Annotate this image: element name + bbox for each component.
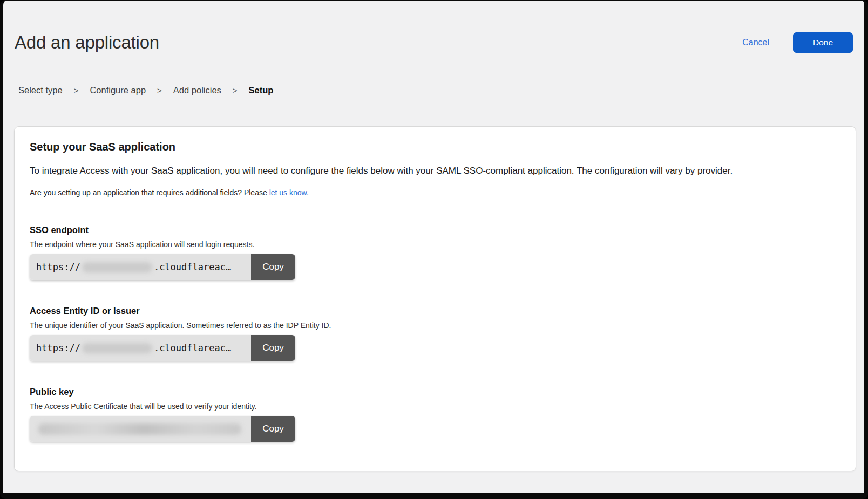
breadcrumb: Select type > Configure app > Add polici… [11, 85, 853, 95]
let-us-know-link[interactable]: let us know. [269, 188, 309, 197]
field-description: The Access Public Certificate that will … [30, 402, 840, 411]
window-frame: Add an application Cancel Done Select ty… [0, 0, 868, 499]
copy-button-public-key[interactable]: Copy [251, 416, 295, 442]
header-actions: Cancel Done [742, 32, 853, 53]
field-group-public-key: Public key The Access Public Certificate… [30, 387, 840, 442]
page: Add an application Cancel Done Select ty… [3, 32, 864, 471]
sso-endpoint-copy-row: https:// .cloudflareac… Copy [30, 254, 295, 280]
field-group-entity-id: Access Entity ID or Issuer The unique id… [30, 306, 840, 361]
breadcrumb-separator: > [74, 86, 79, 95]
breadcrumb-separator: > [233, 86, 238, 95]
field-description: The endpoint where your SaaS application… [30, 240, 840, 249]
breadcrumb-step-setup-current: Setup [249, 85, 274, 95]
field-label: SSO endpoint [30, 225, 840, 235]
copy-button-sso-endpoint[interactable]: Copy [251, 254, 295, 280]
redacted-value-blur [82, 262, 152, 272]
copy-button-entity-id[interactable]: Copy [251, 335, 295, 361]
value-suffix: .cloudflareac… [154, 262, 231, 272]
card-note: Are you setting up an application that r… [30, 188, 840, 197]
entity-id-copy-row: https:// .cloudflareac… Copy [30, 335, 295, 361]
field-label: Access Entity ID or Issuer [30, 306, 840, 316]
redacted-value-blur [82, 343, 152, 353]
public-key-copy-row: Copy [30, 416, 295, 442]
field-description: The unique identifier of your SaaS appli… [30, 321, 840, 330]
breadcrumb-step-select-type[interactable]: Select type [18, 85, 63, 95]
value-prefix: https:// [36, 262, 80, 272]
note-text: Are you setting up an application that r… [30, 188, 269, 197]
setup-card: Setup your SaaS application To integrate… [14, 126, 856, 471]
breadcrumb-step-configure-app[interactable]: Configure app [90, 85, 146, 95]
card-title: Setup your SaaS application [30, 141, 840, 153]
sso-endpoint-value: https:// .cloudflareac… [30, 254, 251, 280]
public-key-value [30, 416, 251, 442]
cancel-button[interactable]: Cancel [742, 38, 769, 47]
breadcrumb-separator: > [157, 86, 162, 95]
redacted-value-blur [38, 423, 241, 435]
value-prefix: https:// [36, 343, 80, 353]
page-title: Add an application [15, 32, 159, 53]
field-label: Public key [30, 387, 840, 397]
breadcrumb-step-add-policies[interactable]: Add policies [173, 85, 221, 95]
done-button[interactable]: Done [793, 32, 853, 53]
entity-id-value: https:// .cloudflareac… [30, 335, 251, 361]
top-bar: Add an application Cancel Done [11, 32, 853, 53]
card-intro-text: To integrate Access with your SaaS appli… [30, 165, 840, 177]
value-suffix: .cloudflareac… [154, 343, 231, 353]
field-group-sso-endpoint: SSO endpoint The endpoint where your Saa… [30, 225, 840, 280]
